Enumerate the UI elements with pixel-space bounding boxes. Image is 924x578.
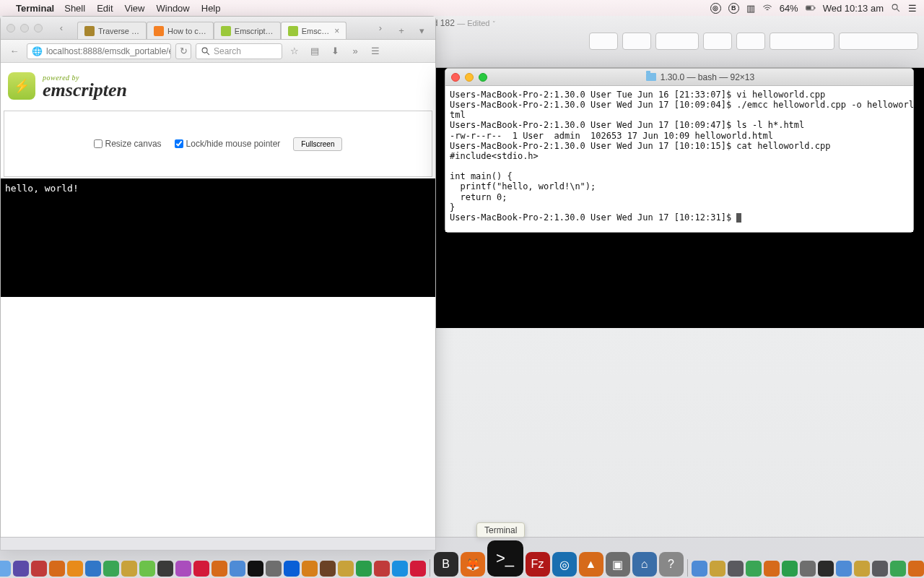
dock-app-icon[interactable]: ▲ xyxy=(579,552,603,577)
dock-app-icon[interactable]: Fz xyxy=(526,552,550,577)
fullscreen-button[interactable]: Fullscreen xyxy=(293,137,342,151)
dock-app-icon[interactable] xyxy=(193,561,209,577)
clock[interactable]: Wed 10:13 am xyxy=(823,3,884,14)
dock-app-icon[interactable] xyxy=(800,561,816,577)
dock-app-icon[interactable] xyxy=(212,561,227,577)
menu-view[interactable]: View xyxy=(125,3,145,14)
resize-canvas-checkbox[interactable]: Resize canvas xyxy=(94,139,162,149)
minimize-button[interactable] xyxy=(465,73,474,82)
dock-app-icon[interactable] xyxy=(0,561,11,577)
dock-app-icon[interactable] xyxy=(67,561,83,577)
dock-app-icon[interactable] xyxy=(302,561,318,577)
dock-app-icon[interactable] xyxy=(248,561,263,577)
wifi-icon[interactable] xyxy=(762,3,772,13)
overflow-icon[interactable]: » xyxy=(347,43,363,59)
url-field[interactable]: 🌐 localhost:8888/emsdk_portable/emsc xyxy=(27,43,171,59)
dock-app-icon[interactable] xyxy=(692,561,707,577)
dock-app-icon[interactable] xyxy=(338,561,354,577)
menu-window[interactable]: Window xyxy=(157,3,190,14)
dock-app-icon[interactable] xyxy=(818,561,834,577)
dock-app-icon[interactable] xyxy=(782,561,798,577)
editor-tool-6[interactable] xyxy=(770,33,834,50)
bookmark-star-icon[interactable]: ☆ xyxy=(287,43,302,59)
dock-app-icon[interactable] xyxy=(890,561,906,577)
spotlight-icon[interactable] xyxy=(891,3,901,13)
editor-tool-7[interactable] xyxy=(839,33,918,50)
status-icon-b[interactable]: B xyxy=(728,3,739,14)
terminal-titlebar[interactable]: 1.30.0 — bash — 92×13 xyxy=(445,69,913,86)
tab-back-button[interactable]: ‹ xyxy=(53,21,70,35)
search-field[interactable]: Search xyxy=(196,43,282,59)
dock-app-icon[interactable] xyxy=(266,561,282,577)
editor-tool-3[interactable] xyxy=(655,33,699,50)
close-tab-icon[interactable]: × xyxy=(334,26,339,36)
dock-app-icon[interactable] xyxy=(320,561,336,577)
dock-app-icon[interactable] xyxy=(157,561,173,577)
close-button[interactable] xyxy=(451,73,460,82)
back-button[interactable]: ← xyxy=(6,43,22,59)
editor-tool-2[interactable] xyxy=(622,33,651,50)
dock-app-icon[interactable] xyxy=(764,561,780,577)
status-icon-1[interactable]: ◎ xyxy=(710,3,721,14)
dock-app-icon[interactable]: ◎ xyxy=(552,552,577,577)
tab-4-active[interactable]: Emsc…× xyxy=(281,22,347,39)
dock-app-icon[interactable] xyxy=(728,561,744,577)
dock-app-icon[interactable] xyxy=(356,561,372,577)
dock-app-icon[interactable]: ? xyxy=(659,552,684,577)
dock-app-icon[interactable] xyxy=(175,561,191,577)
dock-app-icon[interactable] xyxy=(410,561,426,577)
dock-app-icon[interactable] xyxy=(139,561,155,577)
new-tab-button[interactable]: + xyxy=(393,25,409,36)
dock-app-icon[interactable] xyxy=(908,561,924,577)
dock-app-icon[interactable] xyxy=(710,561,725,577)
tab-1[interactable]: Traverse … xyxy=(77,22,147,39)
dock-app-icon[interactable] xyxy=(872,561,888,577)
dock-app-icon[interactable]: ▣ xyxy=(606,552,630,577)
status-icon-bars[interactable]: ▥ xyxy=(746,3,755,14)
dock-app-icon[interactable] xyxy=(13,561,29,577)
desktop: ed 182 — Edited ˅ ‹ Traverse … xyxy=(0,16,924,578)
dock-app-icon[interactable] xyxy=(854,561,870,577)
dock-app-icon[interactable] xyxy=(85,561,101,577)
dock-app-icon[interactable] xyxy=(31,561,47,577)
dock-app-icon[interactable] xyxy=(49,561,65,577)
menu-shell[interactable]: Shell xyxy=(64,3,85,14)
dock-app-icon[interactable] xyxy=(374,561,390,577)
editor-tool-1[interactable] xyxy=(589,33,618,50)
lock-mouse-checkbox[interactable]: Lock/hide mouse pointer xyxy=(175,139,281,149)
terminal-body[interactable]: Users-MacBook-Pro-2:1.30.0 User Tue Jun … xyxy=(445,86,913,232)
minimize-button[interactable] xyxy=(20,24,29,33)
battery-icon[interactable] xyxy=(806,3,816,13)
browser-titlebar[interactable]: ‹ Traverse … How to c… Emscript… Emsc…× … xyxy=(1,17,435,40)
dock-app-icon[interactable] xyxy=(284,561,300,577)
dock-app-icon[interactable]: 🦊 xyxy=(461,552,485,577)
active-app-name[interactable]: Terminal xyxy=(16,3,54,14)
reload-button[interactable]: ↻ xyxy=(175,43,191,59)
reader-icon[interactable]: ▤ xyxy=(307,43,323,59)
tab-label: Emsc… xyxy=(302,27,330,35)
dock-app-icon[interactable] xyxy=(121,561,137,577)
downloads-icon[interactable]: ⬇ xyxy=(327,43,343,59)
notification-center-icon[interactable]: ☰ xyxy=(908,3,917,14)
tab-forward-button[interactable]: › xyxy=(372,21,389,35)
menu-help[interactable]: Help xyxy=(201,3,221,14)
tab-list-button[interactable]: ▾ xyxy=(414,25,430,36)
dock-app-icon[interactable] xyxy=(103,561,119,577)
dock-app-icon[interactable] xyxy=(746,561,762,577)
menu-edit[interactable]: Edit xyxy=(97,3,113,14)
zoom-button[interactable] xyxy=(479,73,487,82)
tab-2[interactable]: How to c… xyxy=(147,22,214,39)
dock-app-icon[interactable] xyxy=(836,561,852,577)
dock-app-icon[interactable]: >_ xyxy=(487,540,523,577)
editor-tool-4[interactable] xyxy=(703,33,732,50)
hamburger-menu-icon[interactable]: ☰ xyxy=(367,43,383,59)
zoom-button[interactable] xyxy=(34,24,43,33)
dock-app-icon[interactable]: ⌂ xyxy=(632,552,657,577)
chevron-down-icon[interactable]: ˅ xyxy=(492,20,496,27)
dock-app-icon[interactable] xyxy=(392,561,408,577)
dock-app-icon[interactable] xyxy=(230,561,245,577)
editor-tool-5[interactable] xyxy=(736,33,765,50)
dock-app-icon[interactable]: B xyxy=(434,552,458,577)
close-button[interactable] xyxy=(6,24,15,33)
tab-3[interactable]: Emscript… xyxy=(214,22,281,39)
